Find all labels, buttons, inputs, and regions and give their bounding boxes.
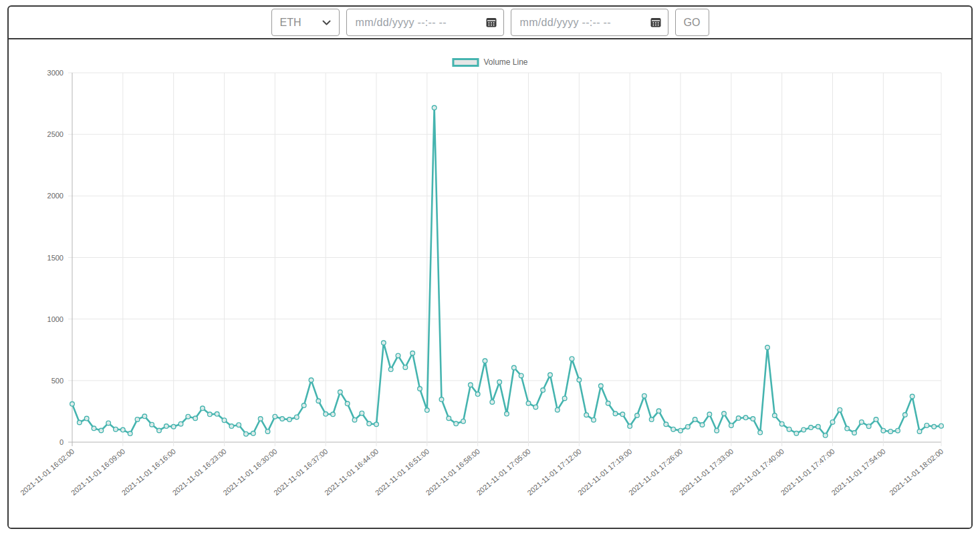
data-point[interactable] — [932, 424, 937, 429]
data-point[interactable] — [577, 377, 582, 382]
data-point[interactable] — [584, 413, 589, 417]
data-point[interactable] — [251, 431, 256, 435]
data-point[interactable] — [258, 417, 263, 421]
data-point[interactable] — [265, 429, 270, 434]
data-point[interactable] — [642, 393, 647, 398]
data-point[interactable] — [222, 418, 227, 423]
data-point[interactable] — [229, 424, 234, 429]
data-point[interactable] — [722, 411, 727, 416]
data-point[interactable] — [649, 417, 654, 422]
data-point[interactable] — [838, 407, 842, 412]
start-datetime-input[interactable] — [346, 9, 504, 36]
data-point[interactable] — [751, 417, 755, 421]
data-point[interactable] — [592, 417, 596, 422]
data-point[interactable] — [809, 425, 814, 430]
data-point[interactable] — [244, 431, 249, 436]
data-point[interactable] — [99, 428, 104, 433]
data-point[interactable] — [519, 373, 523, 378]
data-point[interactable] — [106, 421, 111, 425]
data-point[interactable] — [164, 424, 169, 429]
data-point[interactable] — [860, 420, 864, 425]
data-point[interactable] — [150, 422, 154, 427]
data-point[interactable] — [388, 367, 393, 372]
data-point[interactable] — [664, 422, 668, 427]
data-point[interactable] — [874, 417, 878, 422]
data-point[interactable] — [70, 402, 75, 407]
data-point[interactable] — [193, 416, 198, 421]
data-point[interactable] — [237, 423, 241, 427]
calendar-icon[interactable] — [485, 17, 497, 31]
data-point[interactable] — [866, 424, 871, 429]
data-point[interactable] — [628, 424, 632, 429]
data-point[interactable] — [671, 427, 676, 431]
calendar-icon[interactable] — [650, 17, 662, 31]
data-point[interactable] — [816, 424, 821, 429]
coin-select[interactable]: ETH — [271, 9, 340, 36]
data-point[interactable] — [92, 426, 96, 431]
data-point[interactable] — [432, 106, 437, 110]
data-point[interactable] — [171, 424, 176, 429]
data-point[interactable] — [743, 415, 748, 420]
data-point[interactable] — [823, 433, 828, 438]
data-point[interactable] — [570, 357, 574, 361]
data-point[interactable] — [178, 421, 183, 426]
data-point[interactable] — [84, 416, 89, 421]
data-point[interactable] — [830, 420, 835, 425]
data-point[interactable] — [447, 416, 451, 421]
data-point[interactable] — [142, 414, 147, 419]
end-datetime-input[interactable] — [511, 9, 668, 36]
data-point[interactable] — [497, 380, 502, 385]
data-point[interactable] — [382, 341, 386, 345]
data-point[interactable] — [396, 353, 400, 358]
data-point[interactable] — [439, 397, 444, 402]
data-point[interactable] — [845, 426, 850, 431]
legend-item-volume-line[interactable]: Volume Line — [452, 57, 527, 67]
data-point[interactable] — [802, 427, 806, 432]
data-point[interactable] — [736, 416, 741, 421]
data-point[interactable] — [852, 431, 857, 435]
data-point[interactable] — [620, 412, 625, 417]
data-point[interactable] — [526, 401, 531, 405]
data-point[interactable] — [121, 427, 126, 432]
data-point[interactable] — [128, 431, 132, 436]
data-point[interactable] — [939, 423, 944, 428]
data-point[interactable] — [425, 408, 430, 413]
data-point[interactable] — [338, 390, 343, 395]
data-point[interactable] — [635, 413, 640, 418]
data-point[interactable] — [917, 429, 922, 434]
data-point[interactable] — [533, 405, 538, 409]
data-point[interactable] — [765, 345, 770, 350]
data-point[interactable] — [729, 423, 734, 428]
data-point[interactable] — [410, 351, 415, 355]
data-point[interactable] — [925, 423, 929, 428]
data-point[interactable] — [888, 429, 893, 434]
data-point[interactable] — [114, 427, 118, 431]
data-point[interactable] — [794, 431, 799, 435]
data-point[interactable] — [910, 394, 914, 399]
data-point[interactable] — [715, 428, 719, 433]
data-point[interactable] — [186, 414, 191, 419]
data-point[interactable] — [418, 387, 422, 391]
data-point[interactable] — [787, 427, 791, 431]
data-point[interactable] — [562, 396, 567, 401]
data-point[interactable] — [469, 383, 473, 387]
data-point[interactable] — [903, 413, 908, 417]
data-point[interactable] — [403, 365, 408, 370]
data-point[interactable] — [360, 411, 364, 415]
data-point[interactable] — [208, 412, 213, 417]
data-point[interactable] — [309, 378, 314, 383]
data-point[interactable] — [881, 428, 886, 433]
data-point[interactable] — [157, 428, 162, 433]
data-point[interactable] — [679, 428, 683, 433]
data-point[interactable] — [135, 417, 140, 422]
data-point[interactable] — [548, 373, 553, 377]
data-point[interactable] — [324, 411, 328, 416]
data-point[interactable] — [287, 417, 292, 422]
data-point[interactable] — [613, 411, 618, 416]
data-point[interactable] — [512, 365, 517, 370]
data-point[interactable] — [779, 421, 784, 426]
data-point[interactable] — [352, 417, 357, 422]
data-point[interactable] — [686, 425, 691, 429]
data-point[interactable] — [541, 388, 545, 393]
data-point[interactable] — [295, 415, 299, 419]
